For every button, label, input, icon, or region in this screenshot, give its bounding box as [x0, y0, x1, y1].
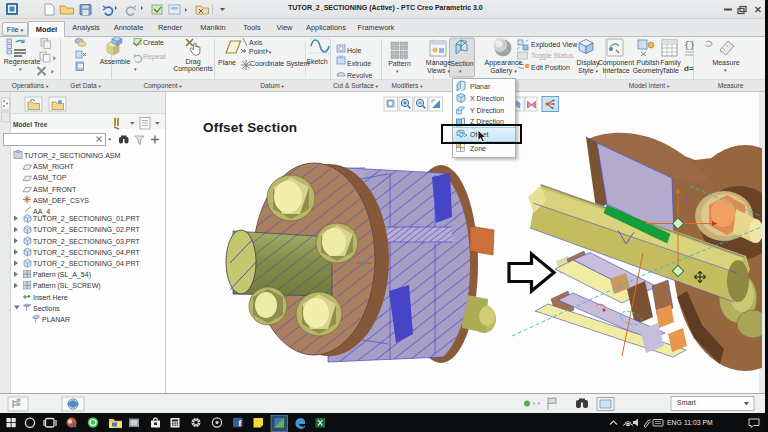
- svg-text:V: V: [684, 195, 688, 201]
- svg-text:{}: {}: [684, 41, 695, 51]
